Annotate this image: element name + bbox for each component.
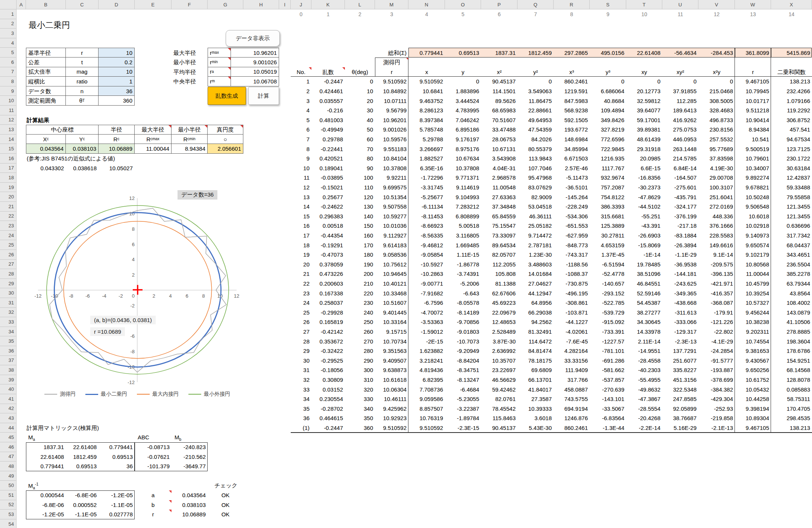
- cell[interactable]: 34.30645: [626, 317, 662, 327]
- cell[interactable]: 10.51354: [375, 192, 408, 202]
- cell[interactable]: 11.00044: [735, 269, 771, 279]
- row-header-34[interactable]: 34: [0, 327, 17, 337]
- cell[interactable]: 33: [291, 384, 311, 394]
- matrix-ma-inverse-cell[interactable]: -1.1E-05: [66, 510, 99, 519]
- input-label[interactable]: データ数: [26, 86, 66, 96]
- input-value[interactable]: 0.2: [99, 57, 135, 67]
- select-all-corner[interactable]: [0, 0, 17, 9]
- cell[interactable]: (1): [291, 423, 311, 433]
- cell[interactable]: -378.699: [698, 375, 735, 385]
- cell[interactable]: 19.78485: [626, 260, 662, 269]
- cell[interactable]: 31: [291, 365, 311, 375]
- row-header-19[interactable]: 19: [0, 183, 17, 192]
- cell[interactable]: 317.7342: [771, 231, 812, 241]
- cell[interactable]: 9.892274: [735, 173, 771, 183]
- cell[interactable]: 79.55858: [771, 192, 812, 202]
- input-label[interactable]: 測定範囲角: [26, 96, 66, 106]
- table-col-header[interactable]: 二乗和関数: [771, 67, 812, 77]
- cell[interactable]: 10.39333: [518, 404, 554, 414]
- input-symbol[interactable]: n: [66, 86, 99, 96]
- cell[interactable]: -40.2303: [626, 365, 662, 375]
- cell[interactable]: 90: [345, 163, 375, 173]
- cell[interactable]: 2.11E-14: [626, 336, 662, 346]
- radius-value[interactable]: 9.001026: [231, 57, 279, 67]
- row-header-13[interactable]: 13: [0, 125, 17, 135]
- cell[interactable]: 0: [698, 77, 735, 86]
- cell[interactable]: 10.541: [735, 135, 771, 144]
- row-header-44[interactable]: 44: [0, 423, 17, 433]
- cell[interactable]: -3.53363: [408, 317, 445, 327]
- results-subheader[interactable]: Rcmin: [172, 135, 208, 144]
- cell[interactable]: 230: [345, 298, 375, 308]
- cell[interactable]: -6.4684: [445, 384, 481, 394]
- results-subheader[interactable]: ○: [208, 135, 243, 144]
- cell[interactable]: 68.65983: [481, 106, 518, 115]
- cell[interactable]: 84.81474: [518, 346, 554, 356]
- cell[interactable]: -22.802: [698, 327, 735, 337]
- input-label[interactable]: 基準半径: [26, 48, 66, 57]
- cell[interactable]: 10.46111: [375, 394, 408, 404]
- cell[interactable]: 189.6413: [662, 106, 698, 115]
- cell[interactable]: 27.63363: [481, 192, 518, 202]
- results-subheader[interactable]: Rcmax: [135, 135, 172, 144]
- cell[interactable]: 322.5348: [662, 384, 698, 394]
- cell[interactable]: 47.54359: [518, 125, 554, 135]
- cell[interactable]: 3.87E-30: [481, 336, 518, 346]
- row-header-40[interactable]: 40: [0, 384, 17, 394]
- radius-label[interactable]: 最大半径: [172, 48, 208, 57]
- cell[interactable]: 0.167338: [311, 288, 345, 298]
- cell[interactable]: -2.3E-13: [662, 336, 698, 346]
- cell[interactable]: 10.76319: [408, 413, 445, 423]
- table-col-header[interactable]: No.: [291, 67, 311, 77]
- row-header-2[interactable]: 2: [0, 19, 17, 29]
- cell[interactable]: 120: [345, 192, 375, 202]
- row-header-32[interactable]: 32: [0, 308, 17, 318]
- cell[interactable]: -33.5067: [590, 404, 626, 414]
- cell[interactable]: 180: [345, 250, 375, 260]
- cell[interactable]: 28.06753: [481, 135, 518, 144]
- cell[interactable]: 15: [291, 212, 311, 221]
- cell[interactable]: -0.22441: [311, 144, 345, 154]
- cell[interactable]: 78.18175: [518, 356, 554, 366]
- cell[interactable]: 33.47488: [481, 125, 518, 135]
- cell[interactable]: -44.5102: [626, 202, 662, 212]
- cell[interactable]: -537.857: [590, 375, 626, 385]
- cell[interactable]: 9.059586: [408, 394, 445, 404]
- cell[interactable]: -36.5101: [554, 183, 590, 192]
- cell[interactable]: 30.63184: [771, 163, 812, 173]
- results-value[interactable]: 10.06889: [99, 144, 135, 154]
- column-header-D[interactable]: D: [99, 0, 135, 9]
- cell[interactable]: 82.05707: [481, 250, 518, 260]
- cell[interactable]: 496.8733: [698, 115, 735, 125]
- cell[interactable]: 214.5785: [662, 154, 698, 163]
- results-value[interactable]: 11.00044: [135, 144, 172, 154]
- cell[interactable]: -8.34751: [445, 365, 481, 375]
- cell[interactable]: 4.282164: [554, 346, 590, 356]
- cell[interactable]: 80: [345, 154, 375, 163]
- cell[interactable]: -0.28702: [311, 404, 345, 414]
- cell[interactable]: -47.8629: [626, 192, 662, 202]
- cell[interactable]: 140: [345, 212, 375, 221]
- cell[interactable]: 10.40121: [375, 279, 408, 289]
- cell[interactable]: 9.467105: [735, 423, 771, 433]
- cell[interactable]: 9.506548: [735, 202, 771, 212]
- check-status[interactable]: OK: [208, 500, 243, 510]
- results-subheader[interactable]: Xc: [26, 135, 66, 144]
- cell[interactable]: -143.101: [590, 394, 626, 404]
- cell[interactable]: 10.70734: [375, 336, 408, 346]
- cell[interactable]: 0.353672: [311, 336, 345, 346]
- cell[interactable]: 11.00548: [481, 183, 518, 192]
- row-header-4[interactable]: 4: [0, 38, 17, 48]
- cell[interactable]: 0.230554: [311, 394, 345, 404]
- matrix-ma-inverse-cell[interactable]: -1.1E-05: [99, 500, 135, 510]
- cell[interactable]: 46.36111: [518, 212, 554, 221]
- cell[interactable]: -8.56335: [408, 231, 445, 241]
- cell[interactable]: 30: [345, 106, 375, 115]
- cell[interactable]: -581.662: [590, 365, 626, 375]
- cell[interactable]: -55.4955: [626, 375, 662, 385]
- row-header-27[interactable]: 27: [0, 260, 17, 269]
- cell[interactable]: 20.12773: [626, 86, 662, 96]
- index-cell[interactable]: 2: [345, 9, 375, 19]
- cell[interactable]: 9.678821: [735, 183, 771, 192]
- cell[interactable]: 5.29788: [408, 135, 445, 144]
